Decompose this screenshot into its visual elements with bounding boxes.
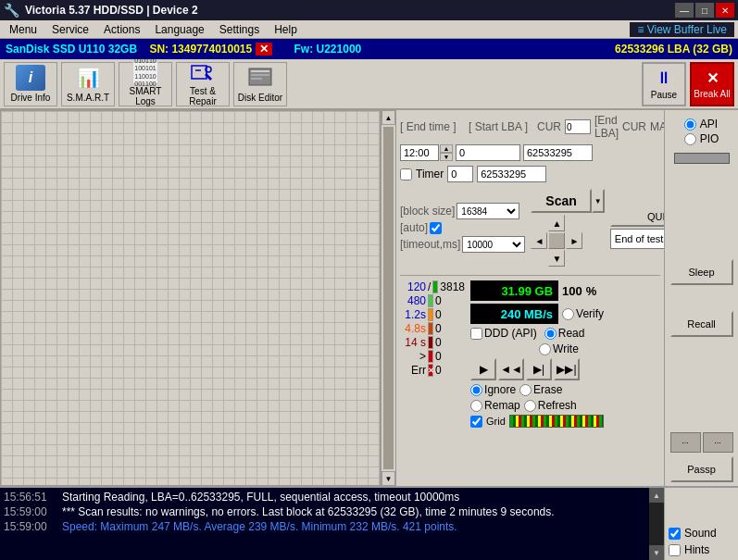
stat-value-err: 0 <box>435 364 442 377</box>
time-spin-down[interactable]: ▼ <box>440 153 453 161</box>
scan-area-container: ▲ ▼ <box>0 110 395 486</box>
grid-checkbox[interactable] <box>470 416 482 428</box>
pair-btn-2[interactable]: ··· <box>703 432 733 453</box>
firmware-label: Fw: <box>291 43 316 56</box>
rewind-button[interactable]: ◄◄ <box>498 358 524 380</box>
scroll-down-button[interactable]: ▼ <box>382 471 395 486</box>
sleep-button[interactable]: Sleep <box>670 259 733 285</box>
end-lba-cur-input[interactable]: 62533295 <box>523 144 593 161</box>
remap-radio[interactable] <box>470 400 482 412</box>
break-all-button[interactable]: ✕ Break All <box>690 62 734 106</box>
menu-item-language[interactable]: Language <box>149 22 209 37</box>
timer-checkbox[interactable] <box>400 168 412 180</box>
stat-value-gt: 0 <box>435 350 442 363</box>
scan-dropdown[interactable]: ▼ <box>592 189 605 213</box>
start-lba-input[interactable]: 0 <box>456 144 520 161</box>
ddd-checkbox[interactable] <box>470 328 482 340</box>
lba-value: 62533296 LBA (32 GB) <box>615 43 732 56</box>
passp-button[interactable]: Passp <box>670 456 733 482</box>
scroll-thumb[interactable] <box>383 127 394 469</box>
maximize-button[interactable]: □ <box>695 3 714 18</box>
stat-label-14s: 14 s <box>400 336 426 349</box>
stat-bar-4s8 <box>428 322 433 335</box>
menu-item-actions[interactable]: Actions <box>98 22 145 37</box>
stat-value-480: 0 <box>435 294 442 307</box>
scan-grid <box>1 111 380 485</box>
test-repair-button[interactable]: Test & Repair <box>176 62 230 106</box>
verify-radio[interactable] <box>562 308 574 320</box>
log-scroll-up[interactable]: ▲ <box>649 488 664 503</box>
hints-checkbox[interactable] <box>669 544 681 556</box>
disk-editor-button[interactable]: Disk Editor <box>233 62 287 106</box>
stat-bar-gt <box>428 350 433 363</box>
scroll-up-button[interactable]: ▲ <box>382 110 395 125</box>
break-icon: ✕ <box>707 69 719 87</box>
recall-button[interactable]: Recall <box>670 311 733 337</box>
drive-info-button[interactable]: i Drive Info <box>4 62 57 106</box>
smart-button[interactable]: 📊 S.M.A.R.T <box>61 62 115 106</box>
stat-value-1s2: 0 <box>435 308 442 321</box>
verify-label: Verify <box>576 307 604 320</box>
title-bar: 🔧 Victoria 5.37 HDD/SSD | Device 2 — □ ✕ <box>0 0 738 20</box>
pio-radio[interactable] <box>684 133 696 145</box>
log-text-3: Speed: Maximum 247 MB/s. Average 239 MB/… <box>62 519 457 534</box>
svg-rect-0 <box>192 66 206 79</box>
stat-label-4s8: 4.8s <box>400 322 426 335</box>
disk-editor-icon <box>245 65 275 91</box>
arrow-center <box>548 232 565 249</box>
test-repair-label: Test & Repair <box>179 86 227 106</box>
device-close-button[interactable]: ✕ <box>256 43 272 56</box>
minimize-button[interactable]: — <box>675 3 694 18</box>
scan-button[interactable]: Scan <box>531 189 591 213</box>
timer-input[interactable]: 0 <box>447 166 473 182</box>
log-text-2: *** Scan results: no warnings, no errors… <box>62 504 555 519</box>
firmware-value: U221000 <box>317 43 362 56</box>
read-radio[interactable] <box>544 328 557 340</box>
hints-label: Hints <box>684 543 709 556</box>
speed-display: 240 MB/s <box>470 304 558 324</box>
view-buffer-live[interactable]: ≡ View Buffer Live <box>630 22 734 37</box>
stat-bar-err: ✕ <box>428 364 433 377</box>
sound-hints-panel: Sound Hints <box>664 488 738 560</box>
slider-bar[interactable] <box>674 153 730 164</box>
time-spin-up[interactable]: ▲ <box>440 144 453 153</box>
timeout-select[interactable]: 10000 <box>462 236 525 253</box>
pair-btn-1[interactable]: ··· <box>670 432 701 453</box>
window-title: Victoria 5.37 HDD/SSD | Device 2 <box>25 4 675 17</box>
arrow-up[interactable]: ▲ <box>548 215 565 231</box>
menu-item-settings[interactable]: Settings <box>214 22 265 37</box>
ignore-label: Ignore <box>484 383 516 396</box>
end-button[interactable]: ▶▶| <box>554 358 580 380</box>
api-radio[interactable] <box>684 118 696 131</box>
svg-rect-5 <box>251 74 269 76</box>
cur-input[interactable] <box>565 119 591 134</box>
log-scroll-down[interactable]: ▼ <box>649 545 664 560</box>
arrow-down[interactable]: ▼ <box>548 250 565 267</box>
end-time-input[interactable]: 12:00 <box>400 144 439 161</box>
close-button[interactable]: ✕ <box>716 3 734 18</box>
end-lba-max-input[interactable]: 62533295 <box>477 166 546 182</box>
right-panel: API PIO Sleep Recall ··· ··· Passp <box>664 110 738 486</box>
ignore-radio[interactable] <box>470 384 482 396</box>
menu-item-menu[interactable]: Menu <box>4 22 43 37</box>
play-button[interactable]: ▶ <box>470 358 496 380</box>
sound-checkbox[interactable] <box>669 528 681 540</box>
stat-bar-1s2 <box>428 308 433 321</box>
stat-label-120: 120 <box>400 280 426 293</box>
api-label: API <box>700 118 718 131</box>
block-size-select[interactable]: 16384 <box>457 203 519 219</box>
window-controls: — □ ✕ <box>675 3 734 18</box>
smart-logs-button[interactable]: 010110100101110010001100 SMART Logs <box>119 62 172 106</box>
erase-radio[interactable] <box>519 384 532 396</box>
gb-display: 31.99 GB <box>470 280 558 301</box>
menu-item-service[interactable]: Service <box>46 22 94 37</box>
forward-button[interactable]: ▶| <box>526 358 552 380</box>
arrow-left[interactable]: ◄ <box>531 232 547 249</box>
refresh-radio[interactable] <box>524 400 536 412</box>
write-radio[interactable] <box>539 343 551 355</box>
menu-item-help[interactable]: Help <box>269 22 303 37</box>
auto-bracket: [auto] <box>400 221 428 234</box>
pause-button[interactable]: ⏸ Pause <box>642 62 686 106</box>
arrow-right[interactable]: ► <box>566 232 582 249</box>
auto-checkbox[interactable] <box>430 222 442 234</box>
